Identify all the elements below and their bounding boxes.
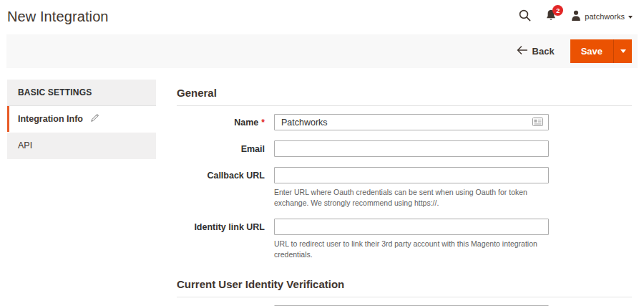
sidebar-item-label: API — [18, 140, 32, 150]
user-name: patchworks — [585, 12, 625, 21]
email-label: Email — [177, 140, 265, 157]
search-icon — [519, 9, 531, 24]
chevron-down-icon — [628, 16, 633, 19]
email-input[interactable] — [274, 140, 549, 157]
action-toolbar: Back Save — [6, 34, 638, 68]
identity-link-url-label: Identity link URL — [177, 219, 265, 260]
name-label: Name* — [177, 114, 265, 130]
verification-section-heading: Current User Identity Verification — [177, 278, 632, 297]
settings-sidebar: BASIC SETTINGS Integration Info API — [7, 80, 156, 306]
sidebar-item-api[interactable]: API — [7, 133, 156, 159]
callback-url-note: Enter URL where Oauth credentials can be… — [274, 187, 545, 209]
page-header: New Integration 2 — [0, 0, 644, 33]
identity-link-url-note: URL to redirect user to link their 3rd p… — [274, 239, 545, 260]
name-input[interactable] — [274, 114, 549, 130]
search-button[interactable] — [519, 9, 531, 24]
page-title: New Integration — [7, 9, 109, 25]
user-icon — [571, 10, 581, 24]
header-actions: 2 patchworks — [519, 9, 633, 24]
save-options-button[interactable] — [613, 39, 632, 63]
user-menu[interactable]: patchworks — [571, 10, 633, 24]
sidebar-section-title: BASIC SETTINGS — [7, 80, 156, 106]
callback-url-field-row: Callback URL Enter URL where Oauth crede… — [177, 167, 632, 209]
back-button-label: Back — [532, 46, 555, 57]
back-button[interactable]: Back — [517, 46, 555, 57]
save-button[interactable]: Save — [570, 39, 613, 63]
callback-url-label: Callback URL — [177, 167, 265, 209]
identity-link-url-input[interactable] — [274, 219, 549, 235]
autofill-contact-icon — [532, 118, 543, 126]
content-layout: BASIC SETTINGS Integration Info API Gene… — [0, 80, 644, 306]
sidebar-item-integration-info[interactable]: Integration Info — [7, 106, 156, 132]
callback-url-input[interactable] — [274, 167, 549, 183]
notification-count-badge: 2 — [552, 5, 563, 16]
name-field-row: Name* — [177, 114, 632, 130]
save-split-button: Save — [570, 39, 632, 63]
email-field-row: Email — [177, 140, 632, 157]
identity-link-url-field-row: Identity link URL URL to redirect user t… — [177, 219, 632, 260]
main-form-area: General Name* — [177, 80, 632, 306]
back-arrow-icon — [517, 46, 527, 57]
pencil-icon — [90, 113, 99, 125]
general-section-heading: General — [177, 87, 632, 106]
notifications-button[interactable]: 2 — [545, 9, 557, 24]
chevron-down-icon — [620, 49, 626, 53]
sidebar-item-label: Integration Info — [18, 114, 83, 124]
